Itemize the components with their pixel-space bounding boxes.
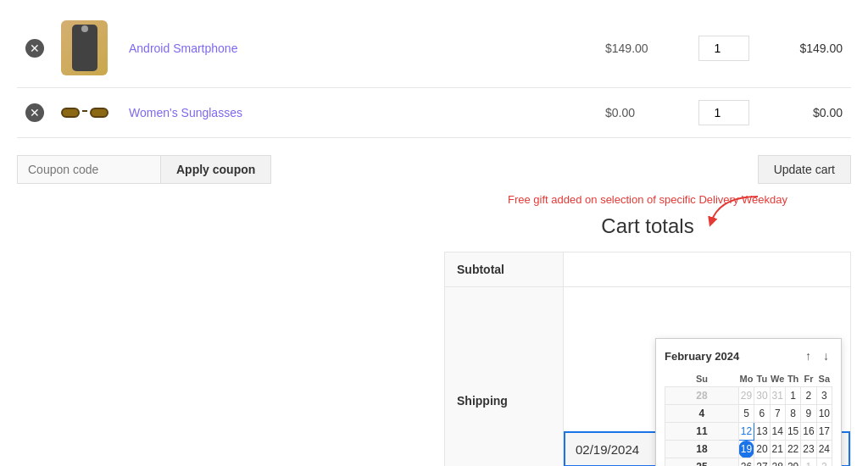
calendar-day-header: Su <box>665 371 739 387</box>
calendar-day[interactable]: 21 <box>770 441 785 458</box>
product-total: $149.00 <box>799 42 843 55</box>
calendar-day[interactable]: 30 <box>754 387 770 405</box>
product-link[interactable]: Women's Sunglasses <box>129 106 242 119</box>
calendar-day[interactable]: 6 <box>754 405 770 423</box>
cart-row: ✕ Women's Sunglasses $0.00 $0.00 <box>17 88 851 138</box>
calendar-day[interactable]: 3 <box>816 387 832 405</box>
calendar-day[interactable]: 10 <box>816 405 832 423</box>
calendar-day[interactable]: 11 <box>665 423 739 441</box>
shipping-label: Shipping <box>445 287 564 466</box>
calendar-next-button[interactable]: ↓ <box>820 347 832 364</box>
calendar-day[interactable]: 14 <box>770 423 785 441</box>
product-total: $0.00 <box>813 106 843 119</box>
product-image <box>61 20 112 75</box>
calendar-day[interactable]: 7 <box>770 405 785 423</box>
apply-coupon-button[interactable]: Apply coupon <box>161 155 271 184</box>
coupon-input[interactable] <box>17 155 161 184</box>
quantity-input[interactable] <box>698 36 749 61</box>
calendar-day-header: Sa <box>816 371 832 387</box>
calendar-prev-button[interactable]: ↑ <box>802 347 815 364</box>
calendar-day[interactable]: 16 <box>801 423 816 441</box>
calendar-day-header: Th <box>785 371 800 387</box>
calendar-grid: SuMoTuWeThFrSa 2829303112345678910111213… <box>665 371 832 466</box>
subtotal-row: Subtotal <box>445 252 851 287</box>
cart-totals-title: Cart totals <box>444 214 851 238</box>
calendar-day[interactable]: 12 <box>738 423 754 441</box>
cart-row: ✕ Android Smartphone $149.00 $149.00 <box>17 8 851 88</box>
calendar-day[interactable]: 2 <box>801 387 816 405</box>
calendar-day[interactable]: 28 <box>665 387 739 405</box>
calendar-day[interactable]: 29 <box>738 387 754 405</box>
calendar-day[interactable]: 29 <box>785 458 800 466</box>
remove-item-button[interactable]: ✕ <box>25 103 44 122</box>
calendar-day[interactable]: 23 <box>801 441 816 458</box>
calendar-day[interactable]: 19 <box>738 441 754 458</box>
calendar-day[interactable]: 9 <box>801 405 816 423</box>
calendar-day[interactable]: 31 <box>770 387 785 405</box>
gift-arrow-icon <box>707 188 766 230</box>
calendar-day[interactable]: 24 <box>816 441 832 458</box>
calendar-day[interactable]: 4 <box>665 405 739 423</box>
calendar-day-header: Fr <box>801 371 816 387</box>
calendar-day[interactable]: 25 <box>665 458 739 466</box>
cart-table: ✕ Android Smartphone $149.00 $149.00 ✕ W… <box>17 8 851 138</box>
calendar-nav: ↑ ↓ <box>802 347 832 364</box>
date-value: 02/19/2024 <box>576 442 639 457</box>
quantity-input[interactable] <box>698 100 749 125</box>
calendar-day[interactable]: 22 <box>785 441 800 458</box>
calendar-popup: February 2024 ↑ ↓ SuMoTuWeThFrSa <box>655 338 842 466</box>
calendar-day[interactable]: 1 <box>801 458 816 466</box>
product-price: $0.00 <box>605 106 635 119</box>
calendar-day[interactable]: 5 <box>738 405 754 423</box>
subtotal-value <box>564 252 851 287</box>
calendar-day-header: Tu <box>754 371 770 387</box>
product-link[interactable]: Android Smartphone <box>129 42 237 55</box>
calendar-day[interactable]: 8 <box>785 405 800 423</box>
calendar-day[interactable]: 27 <box>754 458 770 466</box>
subtotal-label: Subtotal <box>445 252 564 287</box>
remove-item-button[interactable]: ✕ <box>25 39 44 58</box>
calendar-day[interactable]: 18 <box>665 441 739 458</box>
calendar-day[interactable]: 26 <box>738 458 754 466</box>
calendar-day[interactable]: 28 <box>770 458 785 466</box>
shipping-row: Shipping February 2024 ↑ ↓ <box>445 287 851 466</box>
calendar-day-header: Mo <box>738 371 754 387</box>
calendar-day[interactable]: 17 <box>816 423 832 441</box>
calendar-title: February 2024 <box>665 350 739 363</box>
product-image <box>61 108 112 118</box>
calendar-day-header: We <box>770 371 785 387</box>
calendar-day[interactable]: 20 <box>754 441 770 458</box>
calendar-day[interactable]: 1 <box>785 387 800 405</box>
totals-table: Subtotal Shipping February 2024 ↑ ↓ <box>444 252 851 466</box>
gift-note: Free gift added on selection of specific… <box>444 192 851 208</box>
calendar-day[interactable]: 2 <box>816 458 832 466</box>
calendar-day[interactable]: 15 <box>785 423 800 441</box>
calendar-day[interactable]: 13 <box>754 423 770 441</box>
update-cart-button[interactable]: Update cart <box>758 155 851 184</box>
coupon-area: Apply coupon <box>17 155 434 184</box>
product-price: $149.00 <box>605 42 648 55</box>
